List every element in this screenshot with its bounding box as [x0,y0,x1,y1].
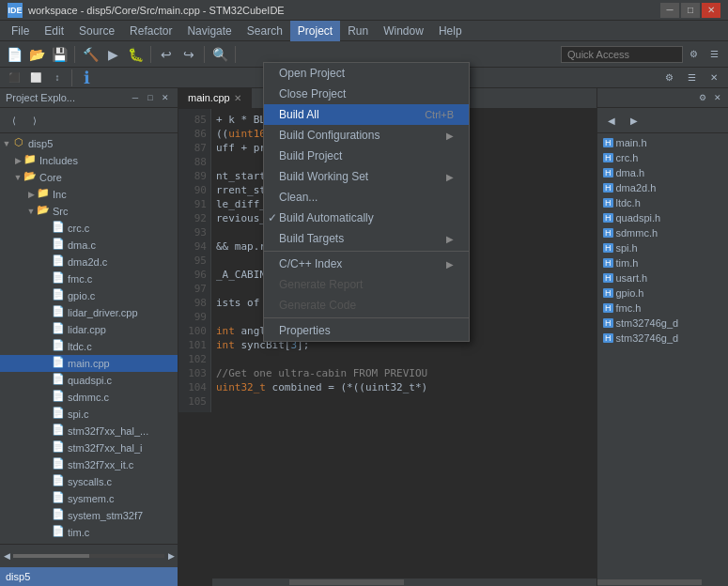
right-file-main-h[interactable]: H main.h [597,135,728,150]
maximize-button[interactable]: □ [681,3,700,18]
tree-item-ltdc[interactable]: 📄ltdc.c [0,338,178,355]
run-button[interactable]: ▶ [102,44,123,65]
menu-edit[interactable]: Edit [37,21,71,41]
build-working-set-arrow: ▶ [446,172,454,182]
redo-button[interactable]: ↪ [178,44,199,65]
file-icon-lidar: 📄 [51,322,66,337]
tree-item-gpio[interactable]: 📄gpio.c [0,287,178,304]
right-expand[interactable]: ▶ [624,110,644,131]
editor-tab-main[interactable]: main.cpp ✕ [178,88,252,108]
panel-minimize[interactable]: ─ [129,91,142,104]
minimize-button[interactable]: ─ [660,3,679,18]
right-file-dma2d-h[interactable]: H dma2d.h [597,180,728,195]
tree-collapse[interactable]: ⟨ [4,110,24,131]
toolbar2-btn2[interactable]: ⬜ [25,68,46,88]
close-button[interactable]: ✕ [702,3,720,18]
dropdown-close-project[interactable]: Close Project [264,84,469,104]
right-file-ltdc-h[interactable]: H ltdc.h [597,195,728,210]
toolbar-extra-1[interactable]: ⚙ [683,44,704,65]
dropdown-build-all[interactable]: Build All Ctrl+B [264,104,469,125]
dropdown-properties[interactable]: Properties [264,320,469,341]
new-button[interactable]: 📄 [4,44,24,65]
menu-project[interactable]: Project [290,21,340,41]
dropdown-build-targets[interactable]: Build Targets ▶ [264,228,469,249]
right-file-spi-h[interactable]: H spi.h [597,240,728,255]
tree-item-sysmem[interactable]: 📄sysmem.c [0,490,178,507]
tree-item-tim[interactable]: 📄tim.c [0,524,178,541]
debug-button[interactable]: 🐛 [125,44,146,65]
panel-close[interactable]: ✕ [159,91,172,104]
tree-item-main[interactable]: 📄main.cpp [0,355,178,372]
quick-access-box[interactable]: Quick Access [561,46,683,63]
tree-item-stm32-it[interactable]: 📄stm32f7xx_it.c [0,456,178,473]
dropdown-build-working-set[interactable]: Build Working Set ▶ [264,166,469,187]
toolbar2-btn3[interactable]: ↕ [47,68,68,88]
right-panel-btn2[interactable]: ✕ [711,91,724,104]
menu-refactor[interactable]: Refactor [122,21,179,41]
menu-window[interactable]: Window [376,21,431,41]
tree-item-quadspi[interactable]: 📄quadspi.c [0,372,178,389]
tree-item-includes[interactable]: ▶ 📁 Includes [0,152,178,169]
panel-scroll-right[interactable]: ▶ [164,546,178,566]
close-tab-button[interactable]: ✕ [234,93,241,103]
panel-scroll-left[interactable]: ◀ [0,546,13,566]
dropdown-build-automatically[interactable]: Build Automatically [264,208,469,228]
tree-item-core[interactable]: ▼ 📂 Core [0,169,178,186]
tree-item-dma[interactable]: 📄dma.c [0,237,178,254]
tree-item-inc[interactable]: ▶ 📁 Inc [0,186,178,203]
tree-item-stm32-hal[interactable]: 📄stm32f7xx_hal_... [0,423,178,440]
tree-item-spi[interactable]: 📄spi.c [0,406,178,423]
menu-navigate[interactable]: Navigate [179,21,239,41]
dropdown-c-index[interactable]: C/C++ Index ▶ [264,254,469,274]
dropdown-clean[interactable]: Clean... [264,187,469,208]
right-file-dma-h[interactable]: H dma.h [597,165,728,180]
tree-item-fmc[interactable]: 📄fmc.c [0,270,178,287]
dropdown-open-project[interactable]: Open Project [264,63,469,84]
toolbar2-btn1[interactable]: ⬛ [4,68,24,88]
save-button[interactable]: 💾 [49,44,70,65]
tree-item-stm32-hal-i[interactable]: 📄stm32f7xx_hal_i [0,440,178,456]
right-file-spi-label: spi.h [616,242,638,254]
tree-item-system[interactable]: 📄system_stm32f7 [0,507,178,524]
right-file-dma2d-label: dma2d.h [616,182,657,193]
right-file-usart-h[interactable]: H usart.h [597,270,728,285]
panel-maximize[interactable]: □ [144,91,157,104]
tree-item-disp5[interactable]: ▼ ⬡ disp5 [0,135,178,152]
menu-help[interactable]: Help [431,21,470,41]
tree-item-dma2d[interactable]: 📄dma2d.c [0,254,178,270]
toolbar2-btn4[interactable]: ℹ [76,68,97,88]
tree-expand[interactable]: ⟩ [24,110,45,131]
right-collapse[interactable]: ◀ [601,110,622,131]
tree-item-syscalls[interactable]: 📄syscalls.c [0,473,178,490]
open-button[interactable]: 📂 [26,44,47,65]
tree-item-lidar[interactable]: 📄lidar.cpp [0,321,178,338]
tree-arrow-disp5: ▼ [2,139,11,148]
right-file-tim-h[interactable]: H tim.h [597,255,728,270]
menu-run[interactable]: Run [340,21,376,41]
toolbar-extra-2[interactable]: ☰ [704,44,724,65]
build-button[interactable]: 🔨 [80,44,101,65]
right-file-crc-h[interactable]: H crc.h [597,150,728,165]
right-file-sdmmc-h[interactable]: H sdmmc.h [597,225,728,240]
right-panel-btn1[interactable]: ⚙ [696,91,709,104]
menu-file[interactable]: File [4,21,37,41]
title-bar: IDE workspace - disp5/Core/Src/main.cpp … [0,0,728,21]
dropdown-build-project[interactable]: Build Project [264,146,469,166]
toolbar2-right1[interactable]: ⚙ [658,68,679,88]
tree-item-lidar-driver[interactable]: 📄lidar_driver.cpp [0,304,178,321]
dropdown-build-configurations[interactable]: Build Configurations ▶ [264,125,469,146]
right-file-stm1[interactable]: H stm32746g_d [597,316,728,331]
undo-button[interactable]: ↩ [156,44,177,65]
search-button[interactable]: 🔍 [209,44,230,65]
toolbar2-right3[interactable]: ✕ [704,68,724,88]
right-file-stm2[interactable]: H stm32746g_d [597,331,728,346]
tree-item-sdmmc[interactable]: 📄sdmmc.c [0,389,178,406]
right-file-fmc-h[interactable]: H fmc.h [597,301,728,316]
toolbar2-right2[interactable]: ☰ [681,68,702,88]
right-file-quadspi-h[interactable]: H quadspi.h [597,210,728,225]
tree-item-crc[interactable]: 📄crc.c [0,220,178,237]
menu-search[interactable]: Search [240,21,290,41]
tree-item-src[interactable]: ▼ 📂 Src [0,203,178,220]
menu-source[interactable]: Source [71,21,122,41]
right-file-gpio-h[interactable]: H gpio.h [597,285,728,301]
